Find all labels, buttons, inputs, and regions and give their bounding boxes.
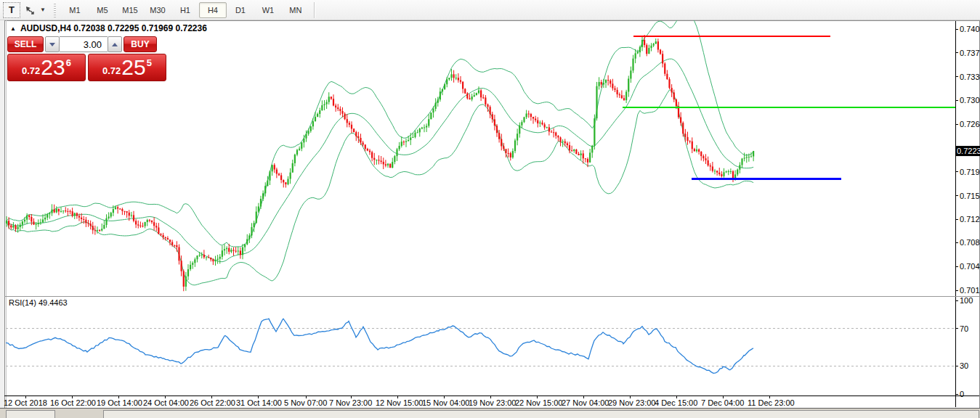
period-button-M30[interactable]: M30 (144, 2, 171, 18)
svg-text:12 Oct 2018: 12 Oct 2018 (4, 398, 47, 407)
svg-text:15 Nov 04:00: 15 Nov 04:00 (422, 398, 469, 407)
toolbar: T ▼ M1M5M15M30H1H4D1W1MN (0, 0, 980, 20)
period-button-M5[interactable]: M5 (89, 2, 116, 18)
svg-text:31 Oct 14:00: 31 Oct 14:00 (236, 398, 282, 407)
sell-price-big: 23 (41, 57, 65, 78)
volume-increase-button[interactable] (108, 36, 122, 52)
period-button-H1[interactable]: H1 (171, 2, 199, 18)
arrows-cursor-icon (24, 4, 36, 16)
svg-text:16 Oct 22:00: 16 Oct 22:00 (50, 398, 96, 407)
buy-button[interactable]: BUY (123, 36, 157, 52)
down-arrow-icon (49, 43, 55, 46)
svg-text:0.73000: 0.73000 (960, 96, 980, 104)
volume-input[interactable] (60, 36, 108, 52)
low-value: 0.71969 (142, 23, 173, 33)
high-value: 0.72295 (108, 23, 139, 33)
up-arrow-icon (112, 43, 118, 46)
svg-text:26 Oct 22:00: 26 Oct 22:00 (190, 398, 235, 407)
arrows-dropdown-caret-icon[interactable]: ▼ (40, 7, 46, 13)
period-buttons: M1M5M15M30H1H4D1W1MN (61, 2, 309, 18)
svg-text:5 Nov 07:00: 5 Nov 07:00 (284, 398, 327, 407)
svg-text:0.70850: 0.70850 (960, 238, 980, 247)
period-button-D1[interactable]: D1 (227, 2, 254, 18)
svg-text:0.71560: 0.71560 (960, 192, 980, 200)
sell-price-pip: 6 (66, 57, 71, 68)
close-value: 0.72236 (175, 23, 206, 33)
status-strip (0, 408, 980, 418)
buy-price-button[interactable]: 0.72 25 5 (88, 54, 166, 81)
svg-text:19 Oct 14:00: 19 Oct 14:00 (97, 398, 142, 407)
svg-text:0.74080: 0.74080 (960, 25, 980, 33)
collapse-triangle-icon[interactable]: ▲ (10, 25, 16, 32)
period-button-H4[interactable]: H4 (199, 2, 227, 18)
svg-text:0.72640: 0.72640 (960, 120, 980, 128)
svg-text:0.70130: 0.70130 (960, 286, 980, 295)
svg-text:12 Nov 15:00: 12 Nov 15:00 (376, 398, 423, 407)
period-button-M1[interactable]: M1 (61, 2, 89, 18)
svg-text:70: 70 (960, 324, 968, 333)
toolbar-grip (53, 3, 57, 17)
svg-text:24 Oct 04:00: 24 Oct 04:00 (143, 398, 189, 407)
svg-text:7 Nov 23:00: 7 Nov 23:00 (329, 398, 372, 407)
toolbar-separator (314, 2, 315, 18)
volume-decrease-button[interactable] (45, 36, 60, 52)
svg-text:30: 30 (960, 361, 968, 370)
mt4-window: { "toolbar": { "text_tool_label": "T", "… (0, 0, 980, 418)
svg-text:0.70490: 0.70490 (960, 262, 980, 271)
svg-text:0.72236: 0.72236 (957, 147, 980, 155)
svg-text:27 Nov 04:00: 27 Nov 04:00 (562, 398, 609, 407)
buy-price-pip: 5 (147, 57, 152, 68)
buy-price-prefix: 0.72 (102, 65, 121, 76)
svg-text:29 Nov 23:00: 29 Nov 23:00 (608, 398, 655, 407)
symbol-period-label: AUDUSD,H4 (20, 23, 71, 33)
one-click-trading-panel: SELL BUY 0.72 23 6 0.72 25 5 (7, 36, 166, 81)
sell-price-button[interactable]: 0.72 23 6 (7, 54, 86, 81)
arrows-tool-button[interactable] (22, 3, 38, 17)
svg-text:0: 0 (960, 390, 964, 398)
chart-title: ▲ AUDUSD,H4 0.72038 0.72295 0.71969 0.72… (10, 23, 207, 33)
period-button-MN[interactable]: MN (282, 2, 309, 18)
buy-price-big: 25 (121, 57, 145, 78)
sell-price-prefix: 0.72 (22, 65, 40, 76)
svg-text:7 Dec 04:00: 7 Dec 04:00 (701, 398, 744, 407)
period-button-W1[interactable]: W1 (254, 2, 282, 18)
sell-button[interactable]: SELL (7, 36, 44, 52)
rsi-indicator-label: RSI(14) 49.4463 (9, 298, 68, 307)
svg-text:0.71920: 0.71920 (960, 168, 980, 176)
svg-text:19 Nov 23:00: 19 Nov 23:00 (469, 398, 516, 407)
period-button-M15[interactable]: M15 (116, 2, 144, 18)
svg-text:0.73720: 0.73720 (960, 49, 980, 57)
open-value: 0.72038 (73, 23, 105, 33)
svg-text:22 Nov 15:00: 22 Nov 15:00 (515, 398, 562, 407)
svg-text:0.71210: 0.71210 (960, 215, 980, 224)
svg-text:11 Dec 23:00: 11 Dec 23:00 (748, 398, 795, 407)
svg-text:0.73360: 0.73360 (960, 73, 980, 81)
svg-text:100: 100 (960, 296, 973, 305)
svg-text:4 Dec 15:00: 4 Dec 15:00 (655, 398, 697, 407)
text-tool-button[interactable]: T (3, 2, 20, 18)
